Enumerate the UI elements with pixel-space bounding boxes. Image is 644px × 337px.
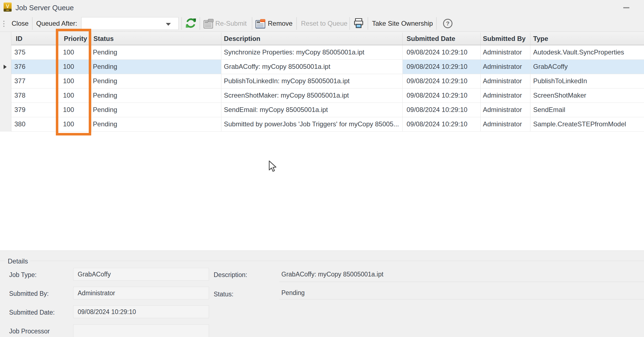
svg-text:?: ? (446, 20, 450, 27)
svg-text:V: V (6, 4, 9, 9)
